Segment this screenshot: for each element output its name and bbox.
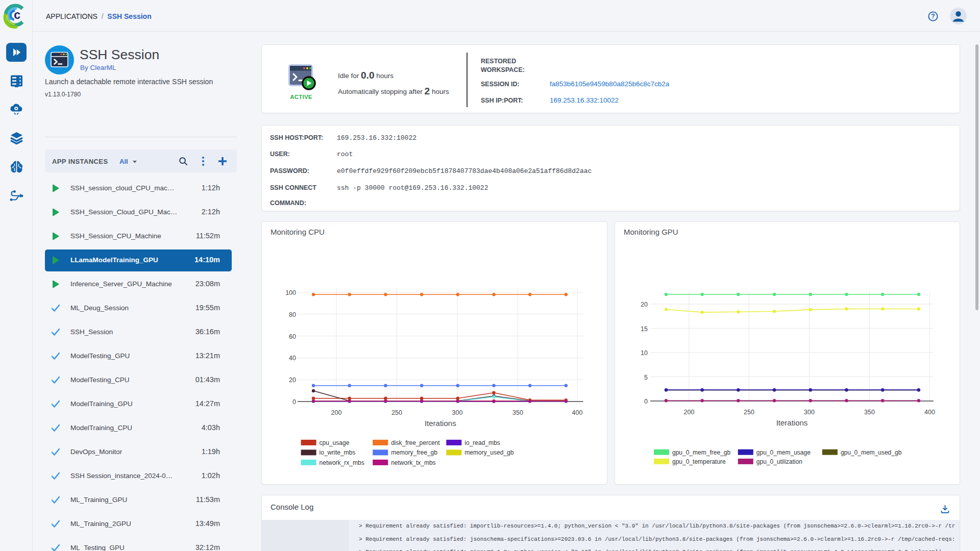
svg-text:20: 20 [289,377,296,384]
svg-text:c: c [14,8,20,21]
svg-text:100: 100 [285,289,296,296]
svg-text:Iterations: Iterations [425,419,456,428]
svg-text:0: 0 [644,398,648,405]
svg-text:Monitoring GPU: Monitoring GPU [624,228,678,236]
svg-text:10: 10 [641,349,648,357]
svg-text:network_rx_mbs: network_rx_mbs [320,459,364,466]
svg-text:250: 250 [744,409,754,416]
svg-text:300: 300 [804,409,815,416]
svg-text:gpu_0_utilization: gpu_0_utilization [756,458,802,465]
svg-text:300: 300 [452,409,463,416]
svg-text:60: 60 [289,333,296,340]
svg-text:200: 200 [331,409,342,416]
svg-text:Iterations: Iterations [776,418,808,427]
svg-text:io_write_mbs: io_write_mbs [320,449,356,456]
svg-text:io_read_mbs: io_read_mbs [464,439,500,446]
svg-text:40: 40 [289,355,296,362]
svg-text:?: ? [931,13,935,20]
svg-text:350: 350 [864,409,875,416]
svg-text:cpu_usage: cpu_usage [320,439,350,446]
svg-text:gpu_0_mem_usage: gpu_0_mem_usage [756,449,811,456]
svg-text:5: 5 [644,374,648,381]
svg-text:400: 400 [572,409,583,416]
svg-text:Monitoring CPU: Monitoring CPU [271,228,325,236]
svg-text:0: 0 [292,398,296,406]
svg-text:80: 80 [289,311,296,318]
svg-text:20: 20 [641,301,648,308]
svg-text:memory_free_gb: memory_free_gb [391,449,437,456]
svg-text:200: 200 [684,409,695,416]
svg-text:gpu_0_temperature: gpu_0_temperature [672,458,726,465]
svg-text:gpu_0_mem_used_gb: gpu_0_mem_used_gb [841,449,902,456]
svg-text:memory_used_gb: memory_used_gb [464,449,513,456]
svg-text:gpu_0_mem_free_gb: gpu_0_mem_free_gb [672,449,730,456]
svg-text:15: 15 [641,325,648,333]
svg-text:350: 350 [512,409,523,416]
svg-text:disk_free_percent: disk_free_percent [391,439,440,446]
svg-text:250: 250 [391,409,402,416]
svg-text:400: 400 [924,409,935,416]
svg-text:network_tx_mbs: network_tx_mbs [391,459,435,466]
